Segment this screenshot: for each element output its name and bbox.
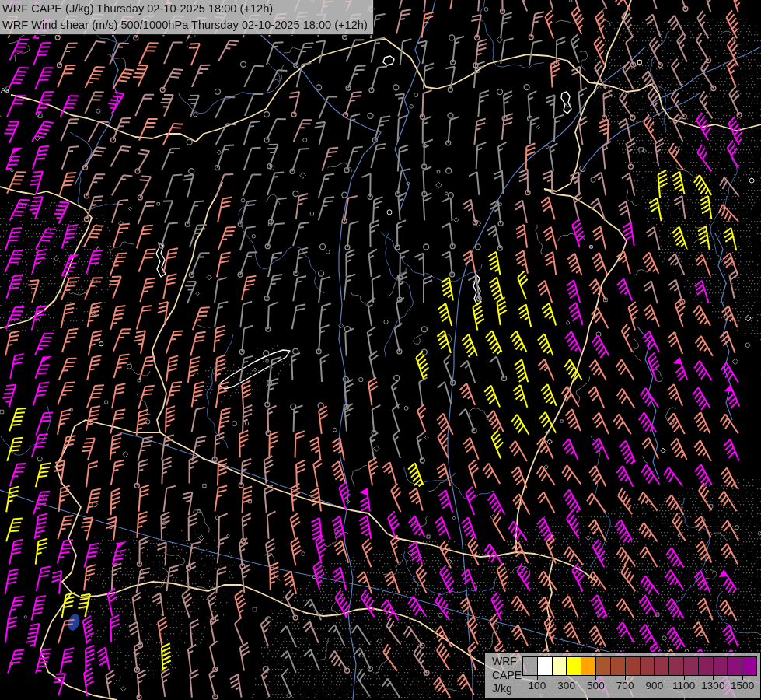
legend-swatch-13 (713, 657, 728, 675)
legend-tick-label: 100 (529, 680, 546, 691)
legend-swatch-9 (654, 657, 668, 675)
legend-tick-label: 1500 (731, 680, 754, 691)
legend-tick-label: 500 (587, 680, 605, 691)
wind-shear-title: WRF Wind shear (m/s) 500/1000hPa Thursda… (2, 17, 368, 33)
legend-swatch-1 (537, 657, 552, 675)
legend-swatch-14 (727, 657, 742, 675)
legend-tick-label: 700 (616, 680, 634, 691)
map-corner-label: Aa (1, 86, 9, 94)
legend-swatch-4 (581, 657, 595, 675)
legend-tick-label: 1100 (672, 680, 695, 691)
map-canvas (0, 0, 761, 700)
cape-title: WRF CAPE (J/kg) Thursday 02-10-2025 18:0… (2, 1, 368, 17)
legend-swatch-8 (640, 657, 655, 675)
legend-swatch-row (522, 656, 757, 676)
legend-swatch-5 (595, 657, 610, 675)
legend-tick-label: 1300 (701, 680, 724, 691)
title-bar: WRF CAPE (J/kg) Thursday 02-10-2025 18:0… (0, 0, 374, 35)
legend-swatch-11 (683, 657, 698, 675)
legend-swatch-7 (625, 657, 640, 675)
legend-tick-label: 900 (646, 680, 664, 691)
legend-swatch-15 (742, 657, 756, 675)
legend-title: WRF CAPE J/kg (492, 655, 522, 696)
legend-swatch-2 (552, 657, 567, 675)
cape-legend: WRF CAPE J/kg 10030050070090011001300150… (484, 652, 761, 698)
legend-swatch-0 (523, 657, 537, 675)
legend-swatch-12 (698, 657, 713, 675)
legend-swatch-6 (610, 657, 625, 675)
legend-colorbar: 100300500700900110013001500 (522, 656, 757, 697)
weather-map-viewport: Aa WRF CAPE (J/kg) Thursday 02-10-2025 1… (0, 0, 761, 700)
legend-title-line-1: WRF (492, 655, 522, 669)
legend-swatch-3 (566, 657, 581, 675)
legend-title-line-3: J/kg (492, 682, 522, 696)
legend-tick-label: 300 (557, 680, 575, 691)
legend-title-line-2: CAPE (492, 669, 522, 683)
legend-swatch-10 (668, 657, 683, 675)
